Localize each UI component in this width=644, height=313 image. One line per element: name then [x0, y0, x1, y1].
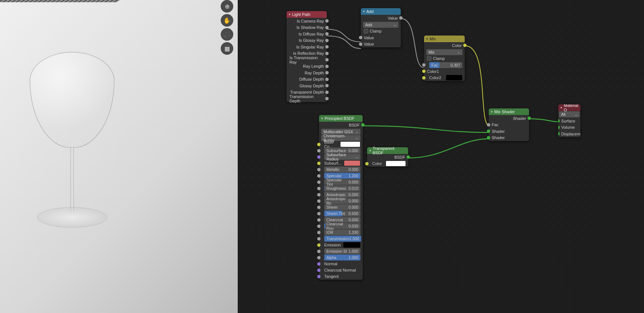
value-slider[interactable]: Clearcoat Rou0.030 — [324, 223, 360, 229]
node-title: Add — [366, 9, 374, 14]
value-slider[interactable]: Specular Tint0.000 — [324, 179, 360, 185]
socket-in[interactable] — [558, 132, 560, 135]
socket-in[interactable] — [422, 63, 426, 67]
socket-in[interactable] — [317, 225, 321, 228]
socket-in[interactable] — [422, 76, 426, 80]
socket-in[interactable] — [317, 155, 321, 159]
output-label: Ray Length — [303, 64, 324, 68]
socket-out[interactable] — [325, 39, 329, 42]
zoom-icon[interactable]: ⊕ — [221, 0, 233, 13]
pan-icon[interactable]: ✋ — [221, 14, 233, 27]
socket-out[interactable] — [361, 123, 365, 127]
node-title: Material O — [564, 104, 578, 112]
socket-in[interactable] — [317, 149, 321, 152]
socket-in[interactable] — [317, 199, 321, 203]
socket-in[interactable] — [317, 243, 321, 247]
socket-in[interactable] — [317, 269, 321, 272]
socket-in[interactable] — [487, 123, 490, 127]
socket-out[interactable] — [528, 117, 531, 120]
value-slider[interactable]: Subsurface0.000 — [324, 148, 360, 154]
socket-in[interactable] — [317, 181, 321, 184]
output-target-select[interactable]: All — [559, 111, 580, 117]
math-mode-select[interactable]: Add — [363, 22, 399, 28]
value-slider[interactable]: Metallic0.000 — [324, 166, 360, 172]
socket-out[interactable] — [325, 45, 329, 48]
output-label: Is Glossy Ray — [299, 38, 324, 43]
socket-in[interactable] — [317, 206, 321, 209]
node-editor[interactable]: ▾Light Path Is Camera RayIs Shadow RayIs… — [238, 0, 644, 313]
blend-mode-select[interactable]: Mix — [426, 49, 462, 55]
output-label: Is Shadow Ray — [296, 25, 324, 30]
color2-swatch[interactable] — [446, 75, 462, 81]
color-swatch[interactable] — [344, 160, 360, 166]
socket-in[interactable] — [317, 174, 321, 178]
socket-out[interactable] — [463, 44, 467, 47]
socket-in[interactable] — [317, 250, 321, 253]
socket-in[interactable] — [317, 256, 321, 259]
socket-in[interactable] — [359, 36, 362, 39]
node-mix-shader[interactable]: ▾Mix Shader Shader Fac Shader Shader — [489, 108, 529, 141]
socket-in[interactable] — [317, 193, 321, 196]
node-math-add[interactable]: ▾Add Value Add Clamp Value Value — [361, 8, 401, 47]
socket-out[interactable] — [325, 91, 329, 94]
socket-in[interactable] — [422, 70, 426, 73]
value-slider[interactable]: Anisotropic Ro0.000 — [324, 198, 360, 204]
socket-in[interactable] — [317, 168, 321, 171]
socket-in[interactable] — [487, 129, 490, 133]
dropdown[interactable]: Subsurface Radius — [324, 154, 360, 160]
socket-in[interactable] — [359, 43, 362, 46]
color-swatch[interactable] — [343, 242, 360, 248]
node-title: Principled BSDF — [325, 116, 355, 121]
grid-icon[interactable]: ▦ — [221, 42, 233, 55]
socket-in[interactable] — [558, 126, 560, 129]
output-label: Ray Depth — [305, 71, 324, 75]
output-label: Is Camera Ray — [297, 19, 324, 23]
socket-out[interactable] — [325, 26, 329, 29]
socket-in[interactable] — [317, 262, 321, 266]
socket-in[interactable] — [317, 162, 321, 165]
socket-out[interactable] — [325, 71, 329, 74]
socket-out[interactable] — [399, 16, 403, 20]
color-swatch[interactable] — [340, 141, 360, 147]
clamp-checkbox[interactable] — [427, 56, 431, 61]
socket-in[interactable] — [317, 143, 321, 146]
fac-slider[interactable]: Fac0.307 — [429, 62, 462, 68]
socket-out[interactable] — [325, 65, 329, 68]
clamp-checkbox[interactable] — [364, 29, 368, 33]
socket-out[interactable] — [325, 84, 329, 87]
value-slider[interactable]: Roughness0.010 — [324, 185, 360, 191]
socket-in[interactable] — [487, 136, 490, 139]
checker-corner — [0, 0, 120, 2]
value-slider[interactable]: Alpha1.000 — [324, 255, 360, 260]
node-material-output[interactable]: ▾Material O All SurfaceVolumeDisplacemen… — [558, 104, 580, 137]
socket-out[interactable] — [325, 97, 329, 100]
socket-in[interactable] — [317, 231, 321, 234]
socket-out[interactable] — [325, 78, 329, 81]
socket-out[interactable] — [407, 155, 410, 159]
socket-out[interactable] — [325, 58, 329, 61]
node-transparent-bsdf[interactable]: ▾Transparent BSDF BSDF Color — [367, 147, 408, 167]
transparent-color-swatch[interactable] — [386, 161, 406, 166]
value-slider[interactable]: Sheen Tint0.500 — [324, 211, 360, 216]
output-label: Transparent Depth — [290, 90, 324, 94]
socket-in[interactable] — [365, 162, 369, 165]
node-title: Light Path — [292, 12, 311, 17]
render-viewport[interactable]: ⊕ ✋ 🎥 ▦ — [0, 0, 238, 313]
socket-out[interactable] — [325, 19, 329, 23]
socket-in[interactable] — [317, 187, 321, 190]
node-mix-rgb[interactable]: ▾Mix Color Mix Clamp Fac0.307 Color1 Col… — [424, 36, 465, 81]
socket-in[interactable] — [317, 212, 321, 215]
socket-out[interactable] — [325, 52, 329, 55]
socket-in[interactable] — [558, 119, 560, 122]
camera-icon[interactable]: 🎥 — [221, 28, 233, 41]
node-title: Mix — [430, 37, 436, 41]
socket-out[interactable] — [325, 32, 329, 36]
socket-in[interactable] — [317, 275, 321, 278]
node-light-path[interactable]: ▾Light Path Is Camera RayIs Shadow RayIs… — [287, 11, 327, 102]
value-slider[interactable]: Emission St1.000 — [324, 248, 360, 254]
value-slider[interactable]: Transmission1.000 — [324, 236, 361, 242]
chevron-down-icon: ▾ — [321, 117, 323, 120]
node-principled-bsdf[interactable]: ▾Principled BSDF BSDF Multiscatter GGX C… — [319, 115, 363, 280]
socket-in[interactable] — [317, 218, 321, 222]
socket-in[interactable] — [317, 237, 321, 240]
